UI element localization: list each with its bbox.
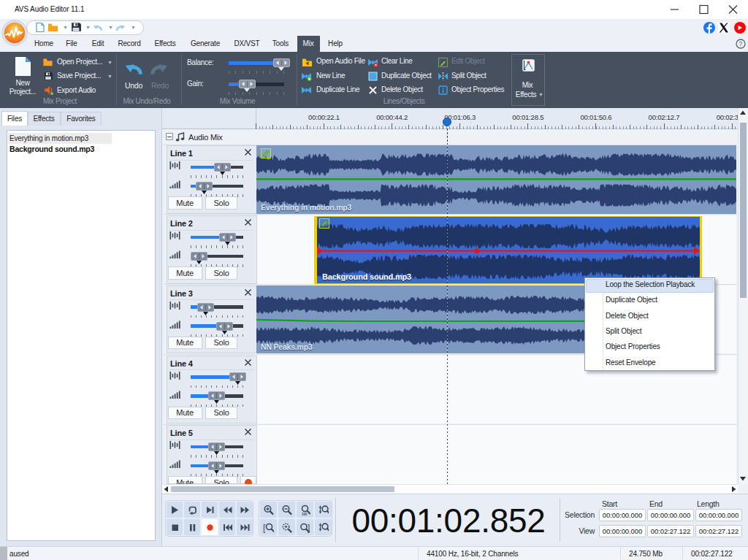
svg-text:100: 100: [302, 512, 308, 515]
svg-text:?: ?: [739, 40, 742, 47]
svg-text:]: ]: [308, 522, 310, 532]
svg-text:[: [: [263, 522, 266, 532]
